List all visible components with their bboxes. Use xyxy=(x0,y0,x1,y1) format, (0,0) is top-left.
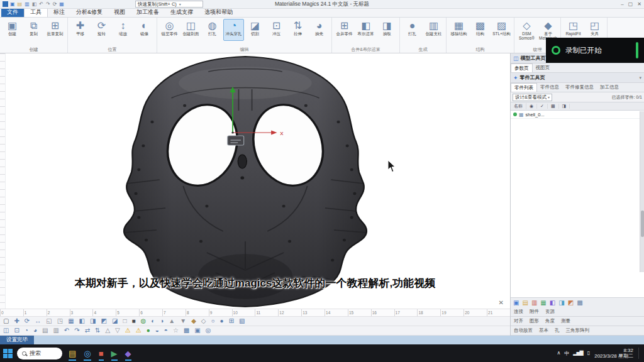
bottom-tab[interactable]: 资源 xyxy=(542,307,558,316)
view-mode-dropdown[interactable]: 设计&查看模式 ▾ xyxy=(513,94,552,101)
ribbon-button[interactable]: ◐ 镜像 xyxy=(134,19,155,41)
viewport-tool-icon[interactable]: ↶ xyxy=(64,327,69,334)
part-list-tab[interactable]: 零件修复信息 xyxy=(562,83,597,92)
bottom-tab[interactable]: 图形 xyxy=(526,317,542,326)
ribbon-button[interactable]: ◕ 抽壳 xyxy=(309,19,330,41)
ribbon-button[interactable]: ◇ DSM Somos® xyxy=(516,19,537,41)
close-icon[interactable]: ✕ xyxy=(499,300,504,306)
window-control-button[interactable]: ✕ xyxy=(637,1,641,7)
viewport-tool-icon[interactable]: ■ xyxy=(131,318,135,324)
viewport-tool-icon[interactable]: ◧ xyxy=(79,318,85,324)
part-list-column-header[interactable]: 名称 xyxy=(511,103,526,109)
scrollbar-thumb[interactable] xyxy=(641,211,644,237)
taskbar-app-icon[interactable]: ■ xyxy=(97,349,106,358)
viewport-tool-icon[interactable]: ● xyxy=(220,318,224,324)
ribbon-button[interactable]: ▣ 创建 xyxy=(2,19,23,41)
ribbon-button[interactable]: ▦ 移除结构 xyxy=(448,19,469,41)
part-list-column-header[interactable]: ▩ xyxy=(548,104,559,109)
viewport-tool-icon[interactable]: ◑ xyxy=(160,318,164,324)
viewport-tool-icon[interactable]: ▩ xyxy=(184,327,189,334)
viewport-tool-icon[interactable]: ◎ xyxy=(206,327,211,334)
viewport-tool-icon[interactable]: ▢ xyxy=(3,318,9,324)
quick-access-icon[interactable]: ▥ xyxy=(25,2,30,7)
panel-header-controls[interactable]: ▾ xyxy=(639,75,641,80)
ribbon-tab[interactable]: 视图 xyxy=(108,8,131,17)
bottom-tab[interactable]: 附件 xyxy=(526,307,542,316)
ribbon-button[interactable]: ◎ 链至零件 xyxy=(159,19,180,41)
viewport-tool-icon[interactable]: ◓ xyxy=(164,327,168,334)
ribbon-button[interactable]: ⊞ 合并零件 xyxy=(334,19,355,41)
part-list-row[interactable]: ▦ shell_0... xyxy=(511,111,644,119)
taskbar-app-icon[interactable]: ▤ xyxy=(67,349,78,358)
viewport-tool-icon[interactable]: ↔ xyxy=(35,318,41,324)
viewport-3d[interactable]: x 本期对新手，以及快速学会吃通过magics这款软件的一个教程解析,功能视频 … xyxy=(0,53,511,336)
view-option-icon[interactable]: ◨ xyxy=(558,299,564,306)
ribbon-button[interactable]: ▥ 创建支柱 xyxy=(423,19,444,41)
viewport-tool-icon[interactable]: ▥ xyxy=(53,327,58,334)
ribbon-button[interactable]: ◫ 创建剖面 xyxy=(180,19,201,41)
quick-access-icon[interactable]: ▣ xyxy=(10,2,15,7)
toolpage-tab[interactable]: 视图页 xyxy=(533,63,553,72)
ribbon-button[interactable]: ⇅ 拉伸 xyxy=(287,19,308,41)
viewport-tool-icon[interactable]: ◱ xyxy=(46,318,52,324)
view-option-icon[interactable]: ▣ xyxy=(513,299,519,306)
viewport-tool-icon[interactable]: ⊞ xyxy=(229,318,234,324)
show-desktop-button[interactable] xyxy=(638,348,641,359)
viewport-tool-icon[interactable]: ◩ xyxy=(101,318,107,324)
ribbon-button[interactable]: ● 打孔 xyxy=(402,19,423,41)
viewport-tool-icon[interactable]: ✚ xyxy=(14,318,19,324)
viewport-tool-icon[interactable]: ▲ xyxy=(169,318,175,324)
quick-access-icon[interactable]: ◧ xyxy=(32,2,37,7)
view-option-icon[interactable]: ◧ xyxy=(550,299,555,306)
quick-access-icon[interactable]: ⟳ xyxy=(53,2,57,7)
viewport-tool-icon[interactable]: ▧ xyxy=(239,318,245,324)
ribbon-tab[interactable]: 文件 xyxy=(1,8,24,17)
tray-icon[interactable]: 中 xyxy=(564,350,569,357)
viewport-tool-icon[interactable]: ◆ xyxy=(191,318,196,324)
viewport-tool-icon[interactable]: ⚠ xyxy=(125,327,131,334)
viewport-tool-icon[interactable]: ◫ xyxy=(3,327,9,334)
viewport-tool-icon[interactable]: ● xyxy=(147,327,150,334)
viewport-tool-icon[interactable]: ▤ xyxy=(42,327,48,334)
tray-icon[interactable]: ▂▅▇ xyxy=(573,350,582,357)
ribbon-button[interactable]: ⧉ 复制 xyxy=(23,19,44,41)
view-option-icon[interactable]: ▤ xyxy=(522,299,528,306)
ribbon-button[interactable]: ◧ 布尔运算 xyxy=(355,19,376,41)
bottom-tab[interactable]: 孔 xyxy=(552,326,563,335)
viewport-tool-icon[interactable]: □ xyxy=(123,318,126,324)
viewport-tool-icon[interactable]: ▽ xyxy=(115,327,120,334)
ribbon-button[interactable]: ◍ 打孔 xyxy=(202,19,223,41)
part-list-tab[interactable]: 零件信息 xyxy=(537,83,562,92)
quick-access-icon[interactable]: ↶ xyxy=(39,2,43,7)
viewport-tool-icon[interactable]: ⚠ xyxy=(136,327,142,334)
part-list-tab[interactable]: 加工信息 xyxy=(597,83,622,92)
viewport-tool-icon[interactable]: ◨ xyxy=(90,318,96,324)
view-option-icon[interactable]: ▩ xyxy=(577,299,582,306)
viewport-tool-icon[interactable]: ◪ xyxy=(112,318,118,324)
viewport-tool-icon[interactable]: ⇄ xyxy=(85,327,90,334)
taskbar-search[interactable]: 搜索 xyxy=(17,348,62,359)
bottom-tab[interactable]: 角度 xyxy=(542,317,558,326)
panel-scrollbar[interactable] xyxy=(640,111,644,272)
window-control-button[interactable]: – xyxy=(621,1,623,7)
viewport-tool-icon[interactable]: ◒ xyxy=(155,327,159,334)
ribbon-button[interactable]: ◔ 冲头穿孔 xyxy=(223,19,244,41)
window-control-button[interactable]: ▢ xyxy=(628,1,633,7)
viewport-tool-icon[interactable]: ▦ xyxy=(68,318,74,324)
viewport-tool-icon[interactable]: ▼ xyxy=(180,318,186,324)
quick-access-icon[interactable]: ↷ xyxy=(46,2,50,7)
viewport-tool-icon[interactable]: ◍ xyxy=(141,318,147,324)
viewport-tool-icon[interactable]: ▣ xyxy=(194,327,200,334)
taskbar-app-icon[interactable]: ▶ xyxy=(109,349,119,358)
view-option-icon[interactable]: ◩ xyxy=(568,299,574,306)
recorder-edge-handle[interactable] xyxy=(636,42,638,58)
ribbon-tab[interactable]: 加工准备 xyxy=(131,8,165,17)
ribbon-tab[interactable]: 标注 xyxy=(48,8,70,17)
viewport-tool-icon[interactable]: ◕ xyxy=(33,327,37,334)
taskbar-app-icon[interactable]: ◎ xyxy=(82,349,92,358)
quick-command-box[interactable]: 快速复制(Shift+ C) ▾ xyxy=(135,1,203,8)
viewport-tool-icon[interactable]: ◔ xyxy=(25,327,28,334)
start-button[interactable] xyxy=(3,349,13,358)
part-list-column-header[interactable]: ◉ xyxy=(526,104,537,109)
toolpage-tab[interactable]: 参数页 xyxy=(511,63,533,72)
